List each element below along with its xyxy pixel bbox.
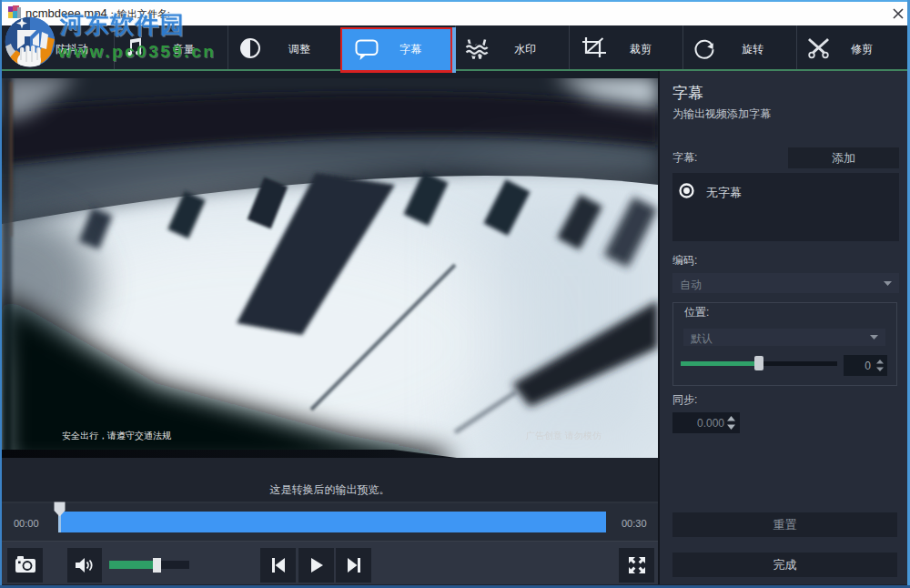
svg-text:广告创意 请勿模仿: 广告创意 请勿模仿 (526, 431, 602, 441)
svg-text:安全出行，请遵守交通法规: 安全出行，请遵守交通法规 (62, 431, 171, 441)
